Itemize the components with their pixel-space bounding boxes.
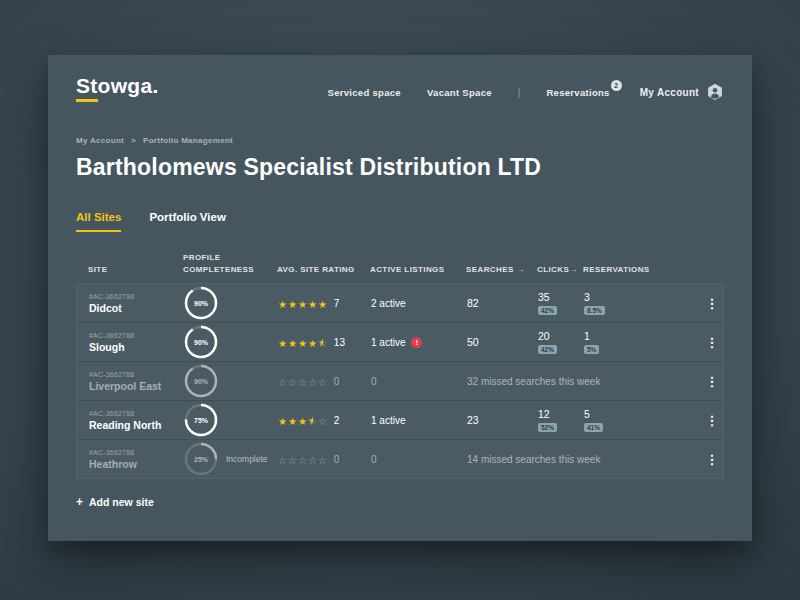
nav-reservations-label: Reservations (546, 87, 609, 98)
table-row[interactable]: #AC-3662788 Heathrow 25% Incomplete ☆☆☆☆… (77, 440, 723, 478)
col-header-searches-label: SEARCHES (466, 264, 514, 276)
site-name: Liverpool East (89, 380, 184, 392)
star-rating: ★★★☆★☆ (278, 411, 328, 429)
table-body: #AC-3662788 Didcot 90% ★★★★★ 7 2 active … (76, 283, 724, 479)
site-id: #AC-3662788 (89, 371, 184, 378)
rating-count: 7 (334, 298, 340, 309)
table-row[interactable]: #AC-3662788 Didcot 90% ★★★★★ 7 2 active … (77, 284, 723, 323)
site-id: #AC-3662788 (89, 449, 184, 456)
active-listings-value: 0 (371, 376, 377, 387)
row-menu-kebab-icon[interactable]: ⋮ (706, 336, 719, 349)
clicks-cell: 20 42% (538, 330, 584, 354)
completeness-value: 90% (184, 325, 218, 359)
nav-vacant-space[interactable]: Vacant Space (427, 87, 492, 98)
active-listings-value: 1 active (371, 337, 405, 348)
searches-value: 23 (467, 414, 538, 426)
main-nav: Serviced space Vacant Space | Reservatio… (328, 83, 724, 101)
site-name: Didcot (89, 302, 184, 314)
add-new-site-button[interactable]: + Add new site (76, 495, 724, 509)
stowga-logo[interactable]: Stowga. (76, 75, 159, 102)
site-cell: #AC-3662788 Heathrow (89, 449, 184, 470)
breadcrumb-separator: > (131, 136, 136, 145)
logo-accent-bar (76, 99, 98, 102)
active-listings-value: 0 (371, 454, 377, 465)
page-title: Bartholomews Specialist Distribution LTD (76, 154, 724, 181)
reservations-cell: 5 41% (584, 408, 701, 432)
breadcrumb-portfolio-management[interactable]: Portfolio Management (143, 136, 233, 145)
nav-my-account[interactable]: My Account (640, 83, 724, 101)
star-rating: ☆☆☆☆☆ (278, 450, 328, 468)
reservations-rate-badge: 41% (584, 423, 603, 432)
star-rating: ★★★★★ (278, 294, 328, 312)
col-header-clicks-label: CLICKS (537, 264, 569, 276)
tab-bar: All Sites Portfolio View (76, 211, 724, 232)
completeness-value: 90% (184, 286, 218, 320)
rating-count: 2 (334, 415, 340, 426)
rating-count: 0 (334, 376, 340, 387)
reservations-value: 5 (584, 408, 590, 420)
reservations-rate-badge: 8.5% (584, 306, 605, 315)
completeness-ring: 90% (184, 286, 218, 320)
missed-searches-note: 32 missed searches this week (467, 376, 701, 387)
active-listings-cell: 2 active (371, 298, 467, 309)
col-header-reservations: RESERVATIONS (583, 264, 700, 276)
breadcrumb: My Account > Portfolio Management (76, 136, 724, 145)
site-name: Heathrow (89, 458, 184, 470)
top-bar: Stowga. Serviced space Vacant Space | Re… (48, 55, 752, 102)
col-header-site: SITE (88, 264, 183, 276)
tab-all-sites[interactable]: All Sites (76, 211, 121, 232)
table-row[interactable]: #AC-3662788 Liverpool East 90% ☆☆☆☆☆ 0 0… (77, 362, 723, 401)
nav-reservations[interactable]: Reservations 2 (546, 87, 613, 98)
completeness-ring: 90% (184, 325, 218, 359)
tab-portfolio-view[interactable]: Portfolio View (149, 211, 225, 232)
col-header-profile-completeness: PROFILE COMPLETENESS (183, 252, 247, 276)
rating-cell: ★★★★★ 7 (278, 294, 371, 312)
star-rating: ★★★★☆★ (278, 333, 328, 351)
active-listings-value: 2 active (371, 298, 405, 309)
funnel-arrow-icon: → (517, 264, 525, 276)
completeness-value: 90% (184, 364, 218, 398)
row-menu-kebab-icon[interactable]: ⋮ (706, 414, 719, 427)
plus-icon: + (76, 495, 83, 509)
main-card: Stowga. Serviced space Vacant Space | Re… (48, 55, 752, 541)
star-rating: ☆☆☆☆☆ (278, 372, 328, 390)
reservations-rate-badge: 5% (584, 345, 599, 354)
sites-table: SITE PROFILE COMPLETENESS AVG. SITE RATI… (76, 252, 724, 479)
row-menu-kebab-icon[interactable]: ⋮ (706, 453, 719, 466)
add-new-site-label: Add new site (89, 496, 154, 508)
site-id: #AC-3662788 (89, 293, 184, 300)
completeness-cell: 75% (184, 403, 278, 437)
clicks-cell: 35 42% (538, 291, 584, 315)
clicks-value: 35 (538, 291, 550, 303)
reservations-cell: 1 5% (584, 330, 701, 354)
clicks-rate-badge: 42% (538, 345, 557, 354)
site-cell: #AC-3662788 Slough (89, 332, 184, 353)
searches-value: 82 (467, 297, 538, 309)
row-menu-kebab-icon[interactable]: ⋮ (706, 375, 719, 388)
reservations-value: 3 (584, 291, 590, 303)
col-header-searches: SEARCHES → (466, 264, 537, 276)
reservations-value: 1 (584, 330, 590, 342)
site-name: Reading North (89, 419, 184, 431)
completeness-cell: 90% (184, 364, 278, 398)
completeness-cell: 25% Incomplete (184, 442, 278, 476)
rating-count: 0 (334, 454, 340, 465)
nav-serviced-space[interactable]: Serviced space (328, 87, 401, 98)
table-row[interactable]: #AC-3662788 Slough 90% ★★★★☆★ 13 1 activ… (77, 323, 723, 362)
breadcrumb-my-account[interactable]: My Account (76, 136, 124, 145)
clicks-rate-badge: 52% (538, 423, 557, 432)
funnel-arrow-icon: → (570, 264, 578, 276)
reservations-cell: 3 8.5% (584, 291, 701, 315)
missed-searches-note: 14 missed searches this week (467, 454, 701, 465)
active-listings-value: 1 active (371, 415, 405, 426)
logo-text: Stowga. (76, 75, 159, 96)
completeness-cell: 90% (184, 325, 278, 359)
table-row[interactable]: #AC-3662788 Reading North 75% ★★★☆★☆ 2 1… (77, 401, 723, 440)
row-menu-kebab-icon[interactable]: ⋮ (706, 297, 719, 310)
site-id: #AC-3662788 (89, 332, 184, 339)
completeness-note: Incomplete (226, 454, 268, 464)
rating-count: 13 (334, 337, 345, 348)
rating-cell: ★★★☆★☆ 2 (278, 411, 371, 429)
completeness-value: 25% (184, 442, 218, 476)
clicks-cell: 12 52% (538, 408, 584, 432)
